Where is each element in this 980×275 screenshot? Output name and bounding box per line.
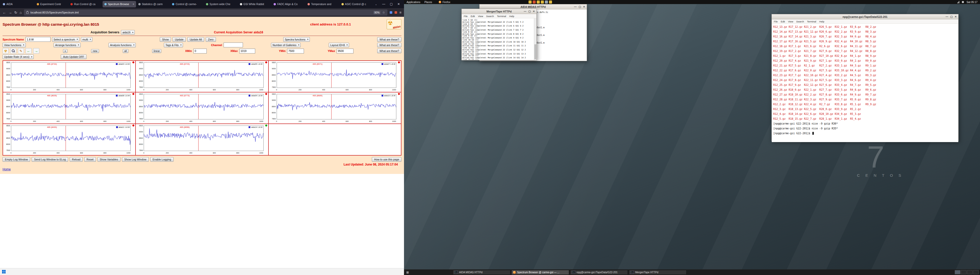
menu-item-terminal[interactable]: Terminal <box>497 15 506 17</box>
plot-area[interactable]: 465 (8723)aida05 1.8.W <box>144 62 263 88</box>
maximize-button[interactable]: ▢ <box>950 15 953 18</box>
clock[interactable]: Sat 05:17 <box>966 1 977 3</box>
zero-button[interactable]: Zero <box>206 37 216 42</box>
radioactive-tool-icon[interactable]: ☢ <box>3 48 9 54</box>
browser-tab[interactable]: System wide Che <box>204 1 238 7</box>
plot-area[interactable]: 465 (8430)aida11 1.8.W <box>11 125 130 151</box>
taskbar-window-button[interactable]: >_npg@carme-gsi:/TapeData/G22-201 <box>570 270 628 275</box>
ymax-input[interactable] <box>337 49 353 54</box>
arrange-functions-dropdown[interactable]: Arrange functions▾ <box>54 43 80 47</box>
arrow-right-icon[interactable]: → <box>33 48 39 54</box>
plot-area[interactable]: 465 (6571)aida07 1.8.W <box>277 62 396 88</box>
xmax-input[interactable] <box>239 49 255 54</box>
reload-icon[interactable]: ↻ <box>14 10 18 14</box>
forward-icon[interactable]: → <box>8 10 12 14</box>
ymin-input[interactable] <box>287 49 304 54</box>
tray-app-icon[interactable] <box>533 0 536 3</box>
volume-icon[interactable] <box>962 1 964 3</box>
linear-button[interactable]: linear <box>152 49 161 53</box>
reset-button[interactable]: Reset <box>84 157 96 162</box>
show-button[interactable]: Show <box>160 37 171 42</box>
spectrum-panel-aida11[interactable]: ◆95009000850080007500465 (8430)aida11 1.… <box>3 124 135 155</box>
tray-app-icon[interactable] <box>545 0 548 3</box>
menu-item-edit[interactable]: Edit <box>781 20 785 23</box>
browser-tab[interactable]: Statistics @ carm <box>137 1 170 7</box>
spectrum-panel-aida10[interactable]: ◆95009000850080007500465 (8689)aida10 1.… <box>269 92 401 124</box>
number-galleries-dropdown[interactable]: Number of Galleries▾ <box>271 43 301 47</box>
applications-menu[interactable]: Applications <box>407 1 420 3</box>
show-desktop-icon[interactable]: ▦ <box>405 271 410 274</box>
tags-fits-dropdown[interactable]: Tags & Fits▾ <box>164 43 183 47</box>
minimize-button[interactable]: — <box>382 2 385 6</box>
browser-tab[interactable]: AIDA <box>1 1 35 7</box>
extension-icon[interactable] <box>395 11 397 14</box>
layout-id-dropdown[interactable]: Layout ID=8▾ <box>329 43 349 47</box>
close-button[interactable]: ✕ <box>583 5 585 8</box>
taskbar-window-button[interactable]: Spectrum Browser @ carme-gsi — ... <box>511 270 569 275</box>
zoom-tool-icon[interactable] <box>10 48 16 54</box>
update-button[interactable]: Update <box>172 37 186 42</box>
menu-item-view[interactable]: View <box>478 15 483 17</box>
menu-item-terminal[interactable]: Terminal <box>807 20 816 23</box>
acquisition-server-select[interactable]: aida16▾ <box>121 30 135 35</box>
browser-tab[interactable]: ASIC Control @ c <box>340 1 373 7</box>
spectrum-panel-aida09[interactable]: ◆95009000850080007500465 (8773)aida09 1.… <box>135 92 268 124</box>
taskbar-window-button[interactable]: >_Merger/Tape HTTPd <box>629 270 687 275</box>
tray-app-icon[interactable] <box>537 0 540 3</box>
list-all-tabs-icon[interactable]: ⌄ <box>373 3 379 6</box>
taskbar-window-button[interactable]: >_AIDA MIDAS HTTPd <box>453 270 511 275</box>
places-menu[interactable]: Places <box>425 1 432 3</box>
menu-item-search[interactable]: Search <box>796 20 804 23</box>
channel-input[interactable] <box>224 43 243 47</box>
close-button[interactable]: ✕ <box>533 10 535 13</box>
scrollbar-thumb[interactable] <box>535 44 536 59</box>
close-button[interactable]: ✕ <box>955 15 957 18</box>
spectra-functions-dropdown[interactable]: Spectra functions▾ <box>283 37 310 42</box>
network-icon[interactable] <box>957 1 959 3</box>
menu-item-help[interactable]: Help <box>509 15 514 17</box>
minimize-button[interactable]: — <box>945 15 948 18</box>
window-title-bar[interactable]: npg@carme-gsi:/TapeData/G22-201 — ▢ ✕ <box>772 14 958 19</box>
spectrum-panel-aida05[interactable]: ◆95009000850080007500465 (8723)aida05 1.… <box>135 61 268 92</box>
browser-tab[interactable]: Run Control @ ca <box>68 1 102 7</box>
maximize-button[interactable]: ▢ <box>528 10 531 13</box>
scrollbar[interactable] <box>534 18 536 60</box>
home-link[interactable]: Home <box>3 168 11 171</box>
what-are-these-button[interactable]: What are these? <box>377 43 401 47</box>
workspace-pane[interactable] <box>955 270 960 274</box>
workspace-pane[interactable] <box>973 270 979 274</box>
menu-item-file[interactable]: File <box>774 20 778 23</box>
menu-item-file[interactable]: File <box>464 15 468 17</box>
window-title-bar[interactable]: Merger/Tape HTTPd — ▢ ✕ <box>462 9 536 14</box>
spectrum-panel-aida08[interactable]: ◆95009000850080007500465 (8635)aida08 1.… <box>3 92 135 124</box>
what-are-these-button[interactable]: What are these? <box>377 49 401 53</box>
browser-tab[interactable]: Spectrum Browse× <box>103 1 136 7</box>
show-log-window-button[interactable]: Show Log Window <box>122 157 149 162</box>
maximize-button[interactable]: ▢ <box>390 2 393 6</box>
spectrum-panel-aida03[interactable]: ◆95009000850080007500465 (8734)aida03 1.… <box>3 61 135 92</box>
bookmark-star-icon[interactable]: ☆ <box>382 11 385 14</box>
enable-logging-button[interactable]: Enable Logging <box>150 157 173 162</box>
plot-area[interactable]: 465 (8734)aida03 1.8.W <box>11 62 130 88</box>
plot-area[interactable]: 465 (8656)aida14 1.8.W <box>144 125 263 151</box>
all-button[interactable]: all <box>123 49 128 53</box>
menu-item-help[interactable]: Help <box>819 20 824 23</box>
view-functions-dropdown[interactable]: View functions▾ <box>3 43 26 47</box>
auto-update-button[interactable]: Auto Update OFF <box>61 54 86 59</box>
menu-hamburger-icon[interactable]: ≡ <box>399 10 401 14</box>
menu-item-view[interactable]: View <box>788 20 793 23</box>
plot-area[interactable]: 465 (8635)aida08 1.8.W <box>11 94 130 119</box>
tray-app-icon[interactable] <box>528 0 531 3</box>
browser-tab[interactable]: FADC Align & Co <box>272 1 305 7</box>
plot-area[interactable]: 465 (8689)aida10 1.8.W <box>277 94 396 119</box>
spectrum-panel-aida14[interactable]: ◆95009000850080007500465 (8656)aida14 1.… <box>135 124 268 155</box>
update-all-button[interactable]: Update All <box>187 37 204 42</box>
pencil-tool-icon[interactable]: ✎ <box>18 48 24 54</box>
xmin-input[interactable] <box>193 49 207 54</box>
browser-tab[interactable]: Experiment Contr <box>35 1 68 7</box>
spectrum-name-input[interactable] <box>25 37 51 42</box>
arrow-left-icon[interactable]: ← <box>25 48 32 54</box>
start-button[interactable] <box>2 270 6 273</box>
close-button[interactable]: ✕ <box>397 2 400 6</box>
analysis-functions-dropdown[interactable]: Analysis functions▾ <box>108 43 136 47</box>
